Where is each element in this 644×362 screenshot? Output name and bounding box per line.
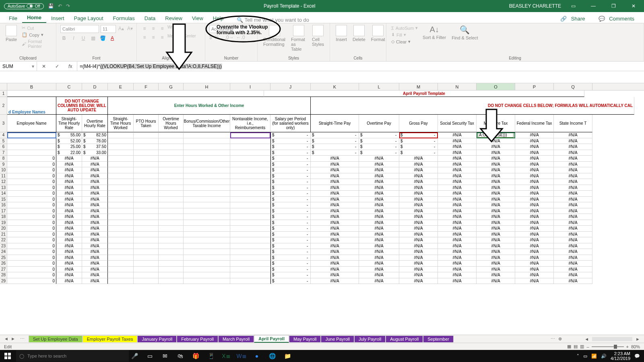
- column-header-cell[interactable]: Straight-Time Hours Worked: [108, 115, 134, 132]
- cell[interactable]: [159, 179, 184, 185]
- cell[interactable]: #N/A: [515, 138, 554, 144]
- cell[interactable]: [134, 237, 159, 243]
- cell[interactable]: #N/A: [359, 173, 399, 179]
- fx-icon[interactable]: fx: [68, 64, 72, 69]
- cell[interactable]: #N/A: [515, 278, 554, 284]
- cell[interactable]: $-: [270, 132, 311, 138]
- cell[interactable]: #N/A: [56, 214, 82, 220]
- cell[interactable]: #N/A: [56, 232, 82, 238]
- row-header[interactable]: 18: [0, 214, 7, 220]
- cell[interactable]: #N/A: [399, 173, 438, 179]
- cell[interactable]: [159, 173, 184, 179]
- cell[interactable]: #N/A: [438, 150, 477, 156]
- fx-cancel-icon[interactable]: ✕: [42, 64, 46, 69]
- cell[interactable]: [159, 226, 184, 232]
- cell[interactable]: [184, 249, 230, 255]
- cell[interactable]: [230, 202, 270, 208]
- cell[interactable]: $-: [399, 144, 438, 150]
- cell[interactable]: #N/A: [82, 179, 108, 185]
- cell[interactable]: #N/A: [56, 220, 82, 226]
- cell[interactable]: [108, 167, 134, 173]
- cell[interactable]: #N/A: [515, 162, 554, 168]
- cell[interactable]: #N/A: [554, 185, 592, 191]
- cell[interactable]: [159, 255, 184, 261]
- sort-filter-button[interactable]: A↓Sort & Filter: [421, 25, 448, 40]
- column-header-cell[interactable]: Overtime Pay: [359, 115, 399, 132]
- cell[interactable]: [108, 144, 134, 150]
- format-as-table-button[interactable]: Format as Table: [289, 25, 308, 51]
- cell[interactable]: #N/A: [554, 208, 592, 214]
- cell[interactable]: [134, 232, 159, 238]
- cell[interactable]: #N/A: [359, 261, 399, 267]
- cell[interactable]: [108, 272, 134, 278]
- cut-button[interactable]: ✂ Cut: [21, 25, 52, 31]
- volume-icon[interactable]: 🔊: [601, 354, 607, 359]
- cell[interactable]: #N/A: [515, 255, 554, 261]
- cell[interactable]: 0: [7, 255, 56, 261]
- cell[interactable]: #N/A: [477, 144, 515, 150]
- cell[interactable]: #N/A: [554, 232, 592, 238]
- cell[interactable]: #N/A: [438, 278, 477, 284]
- cell[interactable]: [108, 179, 134, 185]
- cell[interactable]: #N/A: [359, 162, 399, 168]
- start-button[interactable]: [0, 353, 15, 359]
- cell[interactable]: #N/A: [554, 167, 592, 173]
- cell[interactable]: #N/A: [554, 214, 592, 220]
- row-header[interactable]: 7: [0, 150, 7, 156]
- row-header[interactable]: 16: [0, 202, 7, 208]
- cell[interactable]: #N/A: [359, 249, 399, 255]
- cell[interactable]: #N/A: [56, 208, 82, 214]
- cell[interactable]: [108, 162, 134, 168]
- row-header[interactable]: 25: [0, 255, 7, 261]
- word-icon[interactable]: W≣: [237, 352, 246, 360]
- cell[interactable]: #N/A: [56, 179, 82, 185]
- cell[interactable]: A:O,8,FALSE))): [477, 132, 515, 138]
- file-explorer-icon[interactable]: 📁: [283, 352, 291, 360]
- cell[interactable]: #N/A: [56, 272, 82, 278]
- gift-icon[interactable]: 🎁: [192, 352, 200, 360]
- cell[interactable]: [134, 214, 159, 220]
- cell[interactable]: 0: [7, 267, 56, 273]
- cell[interactable]: [159, 261, 184, 267]
- wrap-text-button[interactable]: Wrap Text: [167, 25, 186, 32]
- cell[interactable]: $-: [270, 237, 311, 243]
- cell[interactable]: #N/A: [82, 261, 108, 267]
- cell[interactable]: [184, 185, 230, 191]
- col-header[interactable]: M: [399, 83, 438, 90]
- cell[interactable]: #N/A: [399, 249, 438, 255]
- cell[interactable]: #N/A: [438, 202, 477, 208]
- cell[interactable]: #N/A: [311, 197, 359, 203]
- cell[interactable]: $-: [270, 150, 311, 156]
- cell[interactable]: #N/A: [82, 243, 108, 249]
- row-header[interactable]: 20: [0, 226, 7, 232]
- col-header[interactable]: D: [82, 83, 108, 90]
- column-header-cell[interactable]: Federal Income Tax: [515, 115, 554, 132]
- cell[interactable]: 0: [7, 202, 56, 208]
- cell[interactable]: [108, 197, 134, 203]
- cell[interactable]: #N/A: [82, 208, 108, 214]
- column-header-cell[interactable]: Overtime Hours Worked: [159, 115, 184, 132]
- cell[interactable]: #N/A: [399, 226, 438, 232]
- cell[interactable]: [7, 138, 56, 144]
- increase-font-icon[interactable]: A▴: [118, 25, 125, 32]
- cell[interactable]: #N/A: [359, 255, 399, 261]
- font-color-icon[interactable]: A: [109, 35, 116, 42]
- cell[interactable]: [108, 267, 134, 273]
- col-header[interactable]: Q: [554, 83, 592, 90]
- cell[interactable]: $-: [270, 202, 311, 208]
- cell[interactable]: 0: [7, 214, 56, 220]
- col-header[interactable]: P: [515, 83, 554, 90]
- cell[interactable]: #N/A: [311, 167, 359, 173]
- cell[interactable]: 0: [7, 185, 56, 191]
- row-header[interactable]: 12: [0, 179, 7, 185]
- cell[interactable]: #N/A: [438, 226, 477, 232]
- cell[interactable]: #N/A: [438, 267, 477, 273]
- cell[interactable]: #N/A: [56, 255, 82, 261]
- cell[interactable]: [108, 138, 134, 144]
- cell[interactable]: [230, 162, 270, 168]
- cell[interactable]: #N/A: [56, 237, 82, 243]
- column-header-cell[interactable]: Straight-Time Pay: [311, 115, 359, 132]
- cell[interactable]: #N/A: [56, 185, 82, 191]
- cell[interactable]: [230, 208, 270, 214]
- align-bottom-icon[interactable]: ≡: [159, 25, 166, 32]
